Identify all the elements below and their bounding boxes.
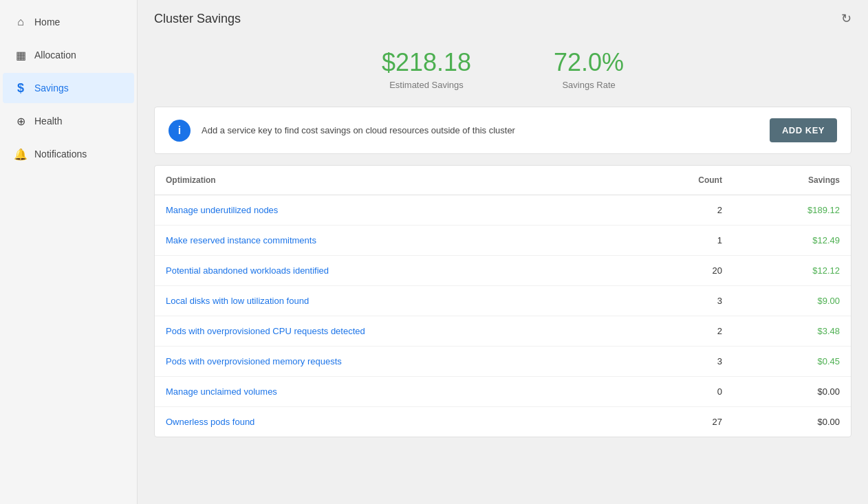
row-count: 3 bbox=[634, 347, 733, 377]
sidebar-item-notifications[interactable]: 🔔Notifications bbox=[3, 139, 134, 169]
info-banner-text: Add a service key to find cost savings o… bbox=[202, 125, 759, 135]
add-key-button[interactable]: ADD KEY bbox=[770, 118, 837, 142]
estimated-savings-label: Estimated Savings bbox=[382, 80, 471, 90]
row-savings: $3.48 bbox=[733, 316, 851, 347]
row-savings: $0.45 bbox=[733, 347, 851, 377]
table-row: Pods with overprovisioned memory request… bbox=[155, 347, 851, 377]
sidebar-item-home[interactable]: ⌂Home bbox=[3, 7, 134, 37]
info-icon: i bbox=[169, 120, 191, 142]
col-optimization: Optimization bbox=[155, 166, 634, 195]
home-icon: ⌂ bbox=[14, 15, 28, 29]
row-savings: $12.49 bbox=[733, 226, 851, 256]
row-savings: $189.12 bbox=[733, 195, 851, 226]
sidebar-item-label-home: Home bbox=[34, 17, 60, 28]
optimization-link[interactable]: Ownerless pods found bbox=[155, 407, 634, 437]
sidebar-item-label-savings: Savings bbox=[34, 83, 69, 94]
optimization-link[interactable]: Pods with overprovisioned CPU requests d… bbox=[155, 316, 634, 347]
refresh-button[interactable]: ↻ bbox=[841, 11, 851, 26]
sidebar: ⌂Home▦Allocation$Savings⊕Health🔔Notifica… bbox=[0, 0, 138, 504]
optimizations-table: Optimization Count Savings Manage underu… bbox=[155, 166, 851, 437]
notifications-icon: 🔔 bbox=[14, 147, 28, 161]
col-count: Count bbox=[634, 166, 733, 195]
table-body: Manage underutilized nodes2$189.12Make r… bbox=[155, 195, 851, 437]
savings-icon: $ bbox=[14, 81, 28, 95]
savings-rate-label: Savings Rate bbox=[554, 80, 624, 90]
row-savings: $9.00 bbox=[733, 286, 851, 316]
sidebar-item-health[interactable]: ⊕Health bbox=[3, 106, 134, 136]
optimization-link[interactable]: Make reserved instance commitments bbox=[155, 226, 634, 256]
row-count: 2 bbox=[634, 316, 733, 347]
page-title: Cluster Savings bbox=[154, 12, 241, 26]
sidebar-item-allocation[interactable]: ▦Allocation bbox=[3, 40, 134, 70]
table-header: Optimization Count Savings bbox=[155, 166, 851, 195]
row-savings: $12.12 bbox=[733, 256, 851, 286]
sidebar-item-label-notifications: Notifications bbox=[34, 149, 87, 160]
optimization-link[interactable]: Pods with overprovisioned memory request… bbox=[155, 347, 634, 377]
sidebar-item-label-health: Health bbox=[34, 116, 62, 127]
main-content: Cluster Savings ↻ $218.18 Estimated Savi… bbox=[138, 0, 868, 504]
header: Cluster Savings ↻ bbox=[138, 0, 868, 37]
table-row: Pods with overprovisioned CPU requests d… bbox=[155, 316, 851, 347]
col-savings: Savings bbox=[733, 166, 851, 195]
row-count: 1 bbox=[634, 226, 733, 256]
estimated-savings-value: $218.18 bbox=[382, 48, 471, 77]
sidebar-item-savings[interactable]: $Savings bbox=[3, 73, 134, 103]
table-row: Make reserved instance commitments1$12.4… bbox=[155, 226, 851, 256]
optimization-link[interactable]: Local disks with low utilization found bbox=[155, 286, 634, 316]
row-count: 3 bbox=[634, 286, 733, 316]
savings-rate-value: 72.0% bbox=[554, 48, 624, 77]
row-count: 2 bbox=[634, 195, 733, 226]
row-count: 20 bbox=[634, 256, 733, 286]
optimization-link[interactable]: Manage unclaimed volumes bbox=[155, 377, 634, 407]
allocation-icon: ▦ bbox=[14, 48, 28, 62]
savings-rate-card: 72.0% Savings Rate bbox=[554, 48, 624, 90]
table-row: Manage unclaimed volumes0$0.00 bbox=[155, 377, 851, 407]
row-savings: $0.00 bbox=[733, 377, 851, 407]
table-row: Ownerless pods found27$0.00 bbox=[155, 407, 851, 437]
health-icon: ⊕ bbox=[14, 114, 28, 128]
estimated-savings-card: $218.18 Estimated Savings bbox=[382, 48, 471, 90]
table-row: Potential abandoned workloads identified… bbox=[155, 256, 851, 286]
table-row: Local disks with low utilization found3$… bbox=[155, 286, 851, 316]
row-count: 27 bbox=[634, 407, 733, 437]
optimizations-table-container: Optimization Count Savings Manage underu… bbox=[154, 165, 851, 437]
sidebar-item-label-allocation: Allocation bbox=[34, 50, 76, 61]
optimization-link[interactable]: Manage underutilized nodes bbox=[155, 195, 634, 226]
info-banner: i Add a service key to find cost savings… bbox=[154, 107, 851, 154]
row-count: 0 bbox=[634, 377, 733, 407]
row-savings: $0.00 bbox=[733, 407, 851, 437]
table-row: Manage underutilized nodes2$189.12 bbox=[155, 195, 851, 226]
optimization-link[interactable]: Potential abandoned workloads identified bbox=[155, 256, 634, 286]
summary-section: $218.18 Estimated Savings 72.0% Savings … bbox=[138, 37, 868, 107]
